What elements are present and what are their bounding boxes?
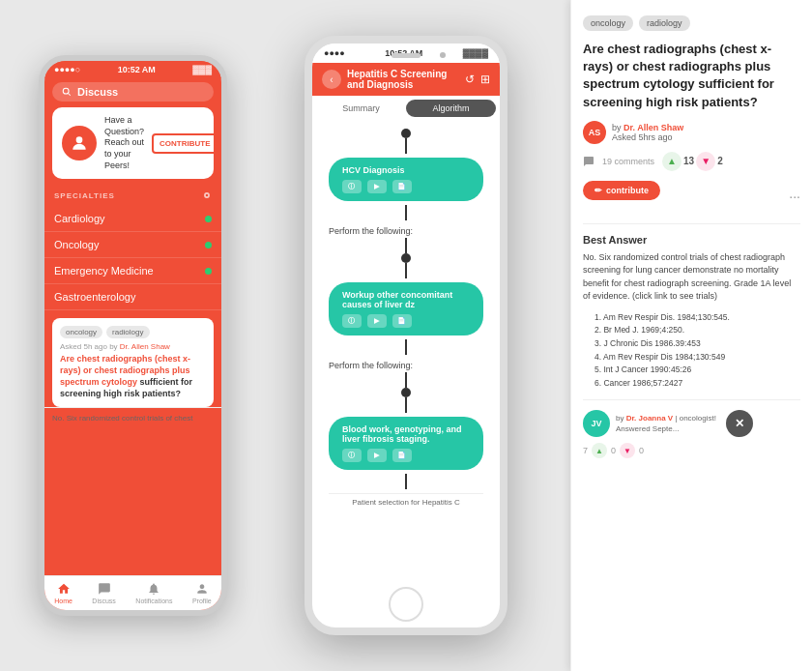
top-icons: ↺ ⊞ [465, 73, 490, 86]
answer-votes-row: 7 ▲ 0 ▼ 0 [583, 443, 800, 458]
flow-card-text: Workup other concomitant causes of liver… [342, 290, 470, 309]
nav-discuss-label: Discuss [92, 598, 116, 604]
promo-box: Have a Question? Reach out to your Peers… [52, 107, 214, 179]
svg-point-0 [63, 88, 69, 94]
active-dot [205, 268, 212, 275]
flow-dot-3 [401, 388, 411, 397]
author-avatar: AS [583, 121, 606, 144]
ref-3: 3. J Chronic Dis 1986.39:453 [594, 337, 800, 351]
ref-2: 2. Br Med J. 1969;4:250. [594, 324, 800, 337]
flow-line [405, 138, 407, 154]
active-dot [205, 216, 212, 222]
info-icon-3[interactable]: ⓘ [342, 449, 362, 462]
specialty-name: Cardiology [54, 213, 105, 224]
active-dot [205, 242, 212, 248]
tag-oncology: oncology [60, 326, 102, 338]
flow-line [405, 474, 407, 489]
specialty-name: Oncology [54, 239, 99, 250]
nav-notifications[interactable]: Notifications [135, 582, 172, 604]
promo-text: Have a Question? Reach out to your Peers… [104, 115, 144, 171]
flow-card-blood[interactable]: Blood work, genotyping, and liver fibros… [329, 417, 483, 470]
svg-point-2 [76, 137, 83, 144]
flow-card-icons-3: ⓘ ▶ 📄 [342, 449, 470, 462]
nav-home[interactable]: Home [54, 582, 72, 604]
grid-icon[interactable]: ⊞ [480, 73, 490, 86]
flow-card-workup[interactable]: Workup other concomitant causes of liver… [329, 282, 483, 336]
person-icon [70, 133, 89, 153]
answerer-title: | oncologist! [675, 414, 716, 423]
answerer-link[interactable]: Dr. Joanna V [626, 414, 673, 423]
nav-profile[interactable]: Profile [192, 582, 212, 604]
flow-card-hcv[interactable]: HCV Diagnosis ⓘ ▶ 📄 [329, 158, 483, 201]
bell-icon [147, 582, 160, 596]
votes-up: 13 [683, 156, 694, 166]
answerer-avatar: JV [583, 410, 610, 437]
flow-line [405, 205, 407, 220]
info-icon-2[interactable]: ⓘ [342, 314, 362, 328]
author-link[interactable]: Dr. Allen Shaw [120, 342, 170, 351]
partial-answer: No. Six randomized control trials of che… [44, 407, 221, 428]
profile-icon [195, 582, 209, 596]
contribute-right-button[interactable]: ✏ contribute [583, 181, 660, 200]
contribute-button[interactable]: CONTRIBUTE [152, 133, 218, 154]
flow-line [405, 372, 407, 388]
video-icon-3[interactable]: ▶ [367, 449, 387, 462]
flow-card-icons: ⓘ ▶ 📄 [342, 180, 470, 193]
flow-line [405, 263, 407, 278]
specialties-label: SPECIALTIES [54, 191, 115, 200]
downvote-btn[interactable]: ▼ [696, 152, 715, 171]
right-tag-oncology[interactable]: oncology [583, 15, 633, 31]
flow-text-1: Perform the following: [329, 220, 483, 238]
middle-battery: ▓▓▓▓ [463, 48, 488, 58]
specialty-gastro[interactable]: Gastroenterology [44, 284, 221, 310]
search-bar[interactable]: Discuss [52, 82, 214, 102]
specialty-emergency[interactable]: Emergency Medicine [44, 258, 221, 284]
doc-icon-2[interactable]: 📄 [392, 314, 412, 328]
flow-card-title: HCV Diagnosis [342, 165, 470, 175]
video-icon[interactable]: ▶ [367, 180, 387, 193]
comment-icon [583, 156, 594, 167]
upvote-btn[interactable]: ▲ [662, 152, 682, 171]
answer-votes-up: 0 [611, 446, 616, 455]
answer-downvote[interactable]: ▼ [620, 443, 635, 458]
flow-card-blood-text: Blood work, genotyping, and liver fibros… [342, 424, 470, 444]
author-link-right[interactable]: Dr. Allen Shaw [624, 123, 683, 132]
comment-count: 19 comments [602, 157, 654, 166]
nav-discuss[interactable]: Discuss [92, 582, 116, 604]
info-icon[interactable]: ⓘ [342, 180, 362, 193]
nav-home-label: Home [54, 598, 72, 604]
answer-footer: JV by Dr. Joanna V | oncologist! Answere… [583, 410, 800, 437]
video-icon-2[interactable]: ▶ [367, 314, 387, 328]
doc-icon[interactable]: 📄 [392, 180, 412, 193]
right-tag-radiology[interactable]: radiology [639, 15, 690, 31]
more-options[interactable]: ··· [789, 189, 800, 204]
contribute-label: contribute [606, 186, 649, 195]
svg-line-1 [68, 93, 71, 96]
screenshot-wrapper: ●●●●○ 10:52 AM ▓▓▓ Discuss Have a Questi… [0, 0, 812, 671]
stats-row: 19 comments ▲ 13 ▼ 2 [583, 152, 800, 171]
ref-1: 1. Am Rev Respir Dis. 1984;130:545. [594, 311, 800, 325]
home-button[interactable] [389, 587, 423, 622]
answer-upvote[interactable]: ▲ [592, 443, 607, 458]
flow-item-1: HCV Diagnosis ⓘ ▶ 📄 Perform the followin… [320, 129, 492, 511]
refresh-icon[interactable]: ↺ [465, 73, 475, 86]
specialties-header: SPECIALTIES [54, 190, 212, 200]
specialty-oncology[interactable]: Oncology [44, 232, 221, 258]
tab-algorithm[interactable]: Algorithm [406, 100, 496, 117]
discuss-icon [98, 582, 111, 596]
promo-icon [62, 126, 97, 160]
references: 1. Am Rev Respir Dis. 1984;130:545. 2. B… [583, 311, 800, 391]
doc-icon-3[interactable]: 📄 [392, 449, 412, 462]
left-phone: ●●●●○ 10:52 AM ▓▓▓ Discuss Have a Questi… [39, 55, 227, 616]
back-button[interactable]: ‹ [322, 70, 341, 89]
tab-summary[interactable]: Summary [316, 100, 406, 117]
settings-icon[interactable] [202, 190, 212, 200]
close-button[interactable]: ✕ [726, 410, 753, 437]
asked-by: Asked 5h ago by Dr. Allen Shaw [60, 342, 206, 351]
nav-profile-label: Profile [192, 598, 212, 604]
asked-time: Asked 5hrs ago [612, 132, 673, 142]
specialty-cardiology[interactable]: Cardiology [44, 206, 221, 232]
flow-section-label: Patient selection for Hepatitis C [329, 493, 483, 511]
ref-4: 4. Am Rev Respir Dis 1984;130:549 [594, 351, 800, 365]
middle-title: Hepatitis C Screening and Diagnosis [347, 69, 459, 90]
